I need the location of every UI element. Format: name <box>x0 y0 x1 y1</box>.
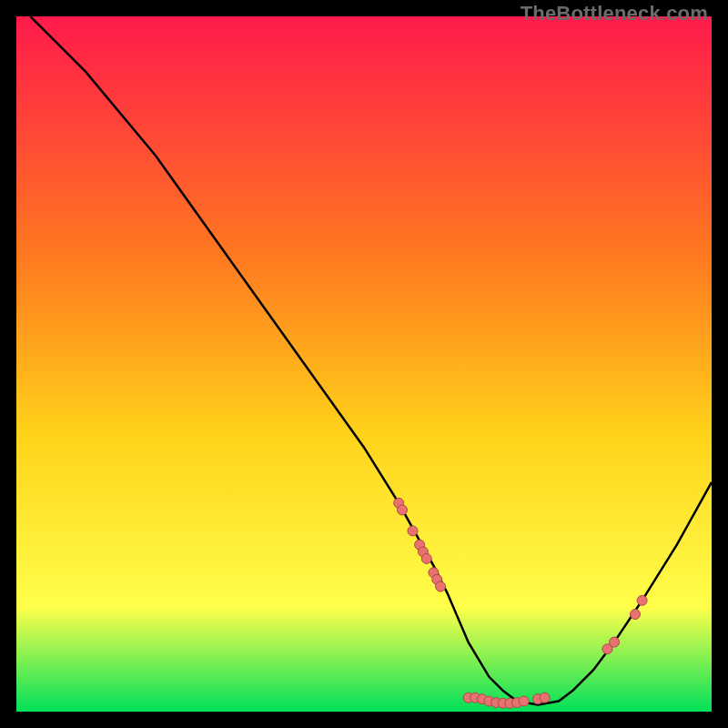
data-marker <box>637 595 647 605</box>
data-marker <box>398 505 408 515</box>
data-marker <box>436 581 446 592</box>
watermark-text: TheBottleneck.com <box>521 2 708 25</box>
data-marker <box>610 637 620 647</box>
gradient-background <box>16 16 712 712</box>
data-marker <box>408 526 418 536</box>
data-marker <box>421 553 431 563</box>
bottleneck-chart <box>16 16 712 712</box>
data-marker <box>519 696 529 706</box>
data-marker <box>631 610 641 620</box>
data-marker <box>540 693 550 703</box>
chart-frame <box>16 16 712 712</box>
